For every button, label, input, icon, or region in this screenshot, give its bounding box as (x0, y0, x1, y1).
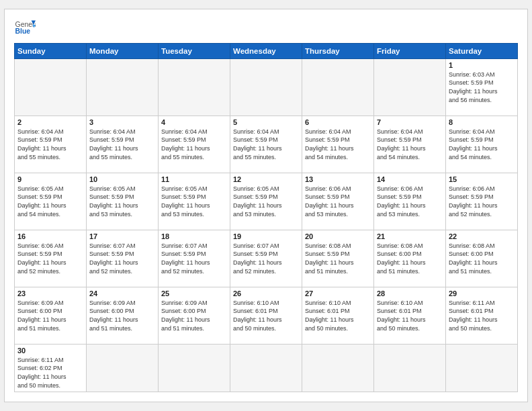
calendar-table: SundayMondayTuesdayWednesdayThursdayFrid… (14, 43, 518, 392)
day-number: 8 (449, 118, 515, 126)
day-number: 21 (377, 232, 443, 240)
day-info: Sunrise: 6:08 AM Sunset: 6:00 PM Dayligh… (377, 242, 443, 275)
calendar-cell: 7Sunrise: 6:04 AM Sunset: 5:59 PM Daylig… (374, 116, 446, 173)
day-info: Sunrise: 6:06 AM Sunset: 5:59 PM Dayligh… (17, 242, 83, 275)
week-row-1: 1Sunrise: 6:03 AM Sunset: 5:59 PM Daylig… (15, 58, 518, 116)
calendar-cell: 30Sunrise: 6:11 AM Sunset: 6:02 PM Dayli… (15, 344, 87, 392)
calendar-cell: 9Sunrise: 6:05 AM Sunset: 5:59 PM Daylig… (15, 173, 87, 230)
calendar-cell: 14Sunrise: 6:06 AM Sunset: 5:59 PM Dayli… (374, 173, 446, 230)
day-number: 4 (161, 118, 227, 126)
calendar-cell: 8Sunrise: 6:04 AM Sunset: 5:59 PM Daylig… (446, 116, 518, 173)
day-number: 12 (233, 175, 299, 183)
weekday-header-row: SundayMondayTuesdayWednesdayThursdayFrid… (15, 43, 518, 58)
day-number: 11 (161, 175, 227, 183)
day-number: 19 (233, 232, 299, 240)
day-number: 1 (449, 61, 515, 69)
day-number: 7 (377, 118, 443, 126)
day-number: 18 (161, 232, 227, 240)
calendar-cell: 1Sunrise: 6:03 AM Sunset: 5:59 PM Daylig… (446, 58, 518, 116)
calendar-cell: 27Sunrise: 6:10 AM Sunset: 6:01 PM Dayli… (302, 287, 374, 344)
day-info: Sunrise: 6:05 AM Sunset: 5:59 PM Dayligh… (89, 185, 155, 218)
week-row-2: 2Sunrise: 6:04 AM Sunset: 5:59 PM Daylig… (15, 116, 518, 173)
week-row-5: 23Sunrise: 6:09 AM Sunset: 6:00 PM Dayli… (15, 287, 518, 344)
day-number: 9 (17, 175, 83, 183)
day-number: 2 (17, 118, 83, 126)
calendar-cell: 11Sunrise: 6:05 AM Sunset: 5:59 PM Dayli… (159, 173, 230, 230)
day-number: 5 (233, 118, 299, 126)
calendar-cell (230, 344, 302, 392)
day-info: Sunrise: 6:05 AM Sunset: 5:59 PM Dayligh… (161, 185, 227, 218)
calendar-cell: 25Sunrise: 6:09 AM Sunset: 6:00 PM Dayli… (159, 287, 230, 344)
day-info: Sunrise: 6:06 AM Sunset: 5:59 PM Dayligh… (449, 185, 515, 218)
calendar-cell (159, 58, 230, 116)
weekday-header-sunday: Sunday (15, 43, 87, 58)
day-number: 17 (89, 232, 155, 240)
day-info: Sunrise: 6:05 AM Sunset: 5:59 PM Dayligh… (17, 185, 83, 218)
day-number: 23 (17, 289, 83, 298)
calendar-cell: 16Sunrise: 6:06 AM Sunset: 5:59 PM Dayli… (15, 230, 87, 287)
calendar-cell: 10Sunrise: 6:05 AM Sunset: 5:59 PM Dayli… (87, 173, 159, 230)
weekday-header-wednesday: Wednesday (230, 43, 302, 58)
day-info: Sunrise: 6:10 AM Sunset: 6:01 PM Dayligh… (305, 299, 371, 332)
calendar-cell: 5Sunrise: 6:04 AM Sunset: 5:59 PM Daylig… (230, 116, 302, 173)
calendar-cell: 26Sunrise: 6:10 AM Sunset: 6:01 PM Dayli… (230, 287, 302, 344)
day-info: Sunrise: 6:08 AM Sunset: 6:00 PM Dayligh… (449, 242, 515, 275)
day-number: 20 (305, 232, 371, 240)
weekday-header-saturday: Saturday (446, 43, 518, 58)
calendar-cell: 15Sunrise: 6:06 AM Sunset: 5:59 PM Dayli… (446, 173, 518, 230)
calendar-cell: 17Sunrise: 6:07 AM Sunset: 5:59 PM Dayli… (87, 230, 159, 287)
weekday-header-friday: Friday (374, 43, 446, 58)
weekday-header-monday: Monday (87, 43, 159, 58)
day-info: Sunrise: 6:11 AM Sunset: 6:01 PM Dayligh… (449, 299, 515, 332)
day-info: Sunrise: 6:04 AM Sunset: 5:59 PM Dayligh… (233, 128, 299, 161)
calendar-cell: 23Sunrise: 6:09 AM Sunset: 6:00 PM Dayli… (15, 287, 87, 344)
week-row-6: 30Sunrise: 6:11 AM Sunset: 6:02 PM Dayli… (15, 344, 518, 392)
day-info: Sunrise: 6:09 AM Sunset: 6:00 PM Dayligh… (89, 299, 155, 332)
day-number: 25 (161, 289, 227, 298)
calendar-cell: 18Sunrise: 6:07 AM Sunset: 5:59 PM Dayli… (159, 230, 230, 287)
day-number: 16 (17, 232, 83, 240)
logo-icon: General Blue (14, 16, 36, 38)
calendar-cell: 3Sunrise: 6:04 AM Sunset: 5:59 PM Daylig… (87, 116, 159, 173)
day-info: Sunrise: 6:04 AM Sunset: 5:59 PM Dayligh… (377, 128, 443, 161)
day-number: 30 (17, 347, 83, 355)
week-row-4: 16Sunrise: 6:06 AM Sunset: 5:59 PM Dayli… (15, 230, 518, 287)
calendar-cell: 6Sunrise: 6:04 AM Sunset: 5:59 PM Daylig… (302, 116, 374, 173)
week-row-3: 9Sunrise: 6:05 AM Sunset: 5:59 PM Daylig… (15, 173, 518, 230)
weekday-header-tuesday: Tuesday (159, 43, 230, 58)
calendar-cell (302, 58, 374, 116)
day-number: 14 (377, 175, 443, 183)
day-info: Sunrise: 6:04 AM Sunset: 5:59 PM Dayligh… (17, 128, 83, 161)
calendar-cell: 2Sunrise: 6:04 AM Sunset: 5:59 PM Daylig… (15, 116, 87, 173)
calendar-cell: 13Sunrise: 6:06 AM Sunset: 5:59 PM Dayli… (302, 173, 374, 230)
day-info: Sunrise: 6:10 AM Sunset: 6:01 PM Dayligh… (233, 299, 299, 332)
day-number: 6 (305, 118, 371, 126)
day-info: Sunrise: 6:11 AM Sunset: 6:02 PM Dayligh… (17, 356, 83, 390)
day-number: 28 (377, 289, 443, 298)
calendar-cell (230, 58, 302, 116)
calendar-cell (87, 58, 159, 116)
day-number: 27 (305, 289, 371, 298)
day-info: Sunrise: 6:04 AM Sunset: 5:59 PM Dayligh… (449, 128, 515, 161)
calendar-cell: 20Sunrise: 6:08 AM Sunset: 5:59 PM Dayli… (302, 230, 374, 287)
calendar-cell: 12Sunrise: 6:05 AM Sunset: 5:59 PM Dayli… (230, 173, 302, 230)
calendar-cell (159, 344, 230, 392)
calendar-cell: 4Sunrise: 6:04 AM Sunset: 5:59 PM Daylig… (159, 116, 230, 173)
calendar-cell: 19Sunrise: 6:07 AM Sunset: 5:59 PM Dayli… (230, 230, 302, 287)
day-info: Sunrise: 6:04 AM Sunset: 5:59 PM Dayligh… (161, 128, 227, 161)
day-info: Sunrise: 6:04 AM Sunset: 5:59 PM Dayligh… (89, 128, 155, 161)
day-info: Sunrise: 6:09 AM Sunset: 6:00 PM Dayligh… (161, 299, 227, 332)
svg-text:Blue: Blue (15, 28, 31, 35)
calendar-cell (15, 58, 87, 116)
calendar-cell: 22Sunrise: 6:08 AM Sunset: 6:00 PM Dayli… (446, 230, 518, 287)
day-info: Sunrise: 6:07 AM Sunset: 5:59 PM Dayligh… (89, 242, 155, 275)
calendar-container: General Blue SundayMondayTuesdayWednesda… (4, 9, 528, 402)
day-number: 29 (449, 289, 515, 298)
day-info: Sunrise: 6:07 AM Sunset: 5:59 PM Dayligh… (161, 242, 227, 275)
calendar-cell (374, 344, 446, 392)
day-info: Sunrise: 6:05 AM Sunset: 5:59 PM Dayligh… (233, 185, 299, 218)
calendar-cell (87, 344, 159, 392)
day-number: 13 (305, 175, 371, 183)
day-info: Sunrise: 6:04 AM Sunset: 5:59 PM Dayligh… (305, 128, 371, 161)
day-number: 15 (449, 175, 515, 183)
